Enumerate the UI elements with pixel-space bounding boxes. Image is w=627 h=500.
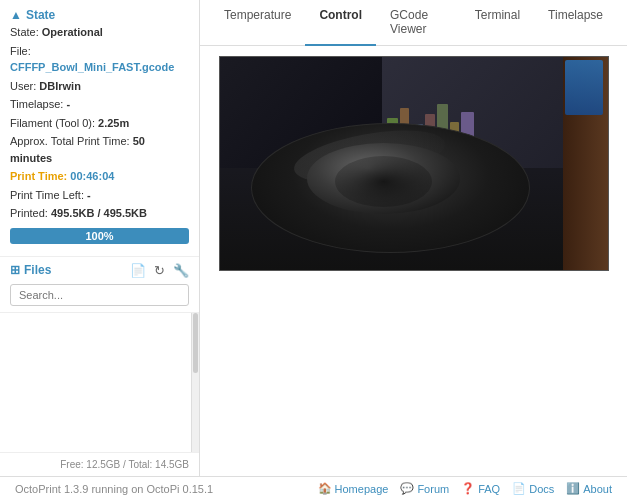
timelapse-value: - [66, 98, 70, 110]
approx-label: Approx. Total Print Time: [10, 135, 130, 147]
state-value: Operational [42, 26, 103, 38]
printed-row: Printed: 495.5KB / 495.5KB [10, 205, 189, 222]
state-row: State: Operational [10, 24, 189, 41]
refresh-icon[interactable]: ↻ [154, 263, 165, 278]
files-header: ⊞ Files 📄 ↻ 🔧 [10, 263, 189, 278]
user-row: User: DBIrwin [10, 78, 189, 95]
files-list[interactable] [0, 313, 191, 453]
state-section-title[interactable]: ▲ State [10, 8, 189, 22]
tabs-bar: Temperature Control GCode Viewer Termina… [200, 0, 627, 46]
sidebar: ▲ State State: Operational File: CFFFP_B… [0, 0, 200, 476]
about-icon: ℹ️ [566, 482, 580, 495]
blue-container [565, 60, 603, 115]
scrollbar-track[interactable] [191, 313, 199, 453]
footer-brand: OctoPrint 1.3.9 running on OctoPi 0.15.1 [15, 483, 213, 495]
filament-label: Filament (Tool 0): [10, 117, 95, 129]
storage-info: Free: 12.5GB / Total: 14.5GB [60, 459, 189, 470]
bed-surface [251, 123, 530, 253]
scrollbar-thumb[interactable] [193, 313, 198, 373]
timelapse-label: Timelapse: [10, 98, 63, 110]
tab-gcode-viewer[interactable]: GCode Viewer [376, 0, 461, 46]
search-input[interactable] [10, 284, 189, 306]
progress-bar: 100% [10, 228, 189, 244]
print-time-label: Print Time: [10, 170, 67, 182]
tab-control[interactable]: Control [305, 0, 376, 46]
object-shadow [335, 156, 432, 207]
faq-icon: ❓ [461, 482, 475, 495]
progress-container: 100% [10, 228, 189, 244]
upload-icon[interactable]: 📄 [130, 263, 146, 278]
home-icon: 🏠 [318, 482, 332, 495]
camera-scene [220, 57, 608, 270]
forum-icon: 💬 [400, 482, 414, 495]
user-value: DBIrwin [39, 80, 81, 92]
state-section: ▲ State State: Operational File: CFFFP_B… [0, 0, 199, 257]
sidebar-footer: Free: 12.5GB / Total: 14.5GB [0, 452, 199, 476]
state-title-label: State [26, 8, 55, 22]
print-time-value: 00:46:04 [70, 170, 114, 182]
tab-temperature[interactable]: Temperature [210, 0, 305, 46]
print-bed-area [251, 123, 530, 253]
footer-links: 🏠 Homepage 💬 Forum ❓ FAQ 📄 Docs ℹ️ About [318, 482, 612, 495]
progress-text: 100% [85, 230, 113, 242]
footer-docs-link[interactable]: 📄 Docs [512, 482, 554, 495]
print-time-left-label: Print Time Left: [10, 189, 84, 201]
printed-value: 495.5KB / 495.5KB [51, 207, 147, 219]
footer-homepage-link[interactable]: 🏠 Homepage [318, 482, 389, 495]
docs-icon: 📄 [512, 482, 526, 495]
tab-terminal[interactable]: Terminal [461, 0, 534, 46]
footer-forum-link[interactable]: 💬 Forum [400, 482, 449, 495]
printed-label: Printed: [10, 207, 48, 219]
search-box [10, 284, 189, 306]
files-grid-icon: ⊞ [10, 263, 20, 277]
content-area: Temperature Control GCode Viewer Termina… [200, 0, 627, 476]
files-title-label: Files [24, 263, 51, 277]
state-label: State: [10, 26, 42, 38]
files-icons: 📄 ↻ 🔧 [130, 263, 189, 278]
app-footer: OctoPrint 1.3.9 running on OctoPi 0.15.1… [0, 476, 627, 500]
file-value: CFFFP_Bowl_Mini_FAST.gcode [10, 61, 174, 73]
state-icon: ▲ [10, 8, 22, 22]
approx-row: Approx. Total Print Time: 50 minutes [10, 133, 189, 166]
user-label: User: [10, 80, 36, 92]
footer-faq-link[interactable]: ❓ FAQ [461, 482, 500, 495]
files-list-area [0, 313, 199, 453]
wrench-icon[interactable]: 🔧 [173, 263, 189, 278]
camera-frame [219, 56, 609, 271]
files-section: ⊞ Files 📄 ↻ 🔧 [0, 257, 199, 313]
filament-row: Filament (Tool 0): 2.25m [10, 115, 189, 132]
print-time-left-value: - [87, 189, 91, 201]
camera-view [200, 46, 627, 476]
files-title[interactable]: ⊞ Files [10, 263, 51, 277]
file-label: File: [10, 45, 31, 57]
tab-timelapse[interactable]: Timelapse [534, 0, 617, 46]
filament-value: 2.25m [98, 117, 129, 129]
timelapse-row: Timelapse: - [10, 96, 189, 113]
print-time-row: Print Time: 00:46:04 [10, 168, 189, 185]
file-row: File: CFFFP_Bowl_Mini_FAST.gcode [10, 43, 189, 76]
print-time-left-row: Print Time Left: - [10, 187, 189, 204]
footer-about-link[interactable]: ℹ️ About [566, 482, 612, 495]
